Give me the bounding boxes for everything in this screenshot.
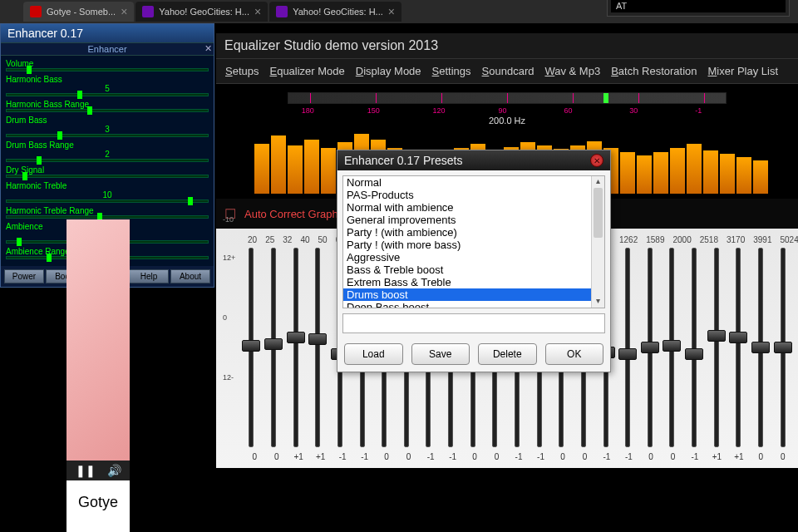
slider-thumb[interactable] <box>22 172 27 180</box>
browser-tab-yahoo-1[interactable]: Yahoo! GeoCities: H... × <box>135 2 268 22</box>
presets-dialog[interactable]: Enhancer 0.17 Presets ✕ NormalPAS-Produc… <box>337 150 611 372</box>
scroll-thumb[interactable] <box>594 188 603 238</box>
slider-thumb[interactable] <box>47 254 52 262</box>
load-button[interactable]: Load <box>344 343 403 365</box>
eq-gain-value: 0 <box>380 452 393 461</box>
slider-track <box>625 248 630 447</box>
menu-settings[interactable]: Settings <box>428 62 475 80</box>
preset-item[interactable]: Aggressive <box>343 251 591 264</box>
menu-soundcard[interactable]: Soundcard <box>478 62 539 80</box>
param-slider[interactable] <box>6 68 209 71</box>
eq-slider-1002[interactable] <box>621 248 635 447</box>
param-slider[interactable] <box>6 109 209 112</box>
volume-icon[interactable]: 🔊 <box>107 464 121 477</box>
slider-track <box>293 248 298 447</box>
preset-item[interactable]: Drums boost <box>343 288 591 301</box>
eq-gain-value: 0 <box>754 452 767 461</box>
slider-thumb[interactable] <box>685 348 703 360</box>
slider-thumb[interactable] <box>308 333 327 345</box>
preset-item[interactable]: Normal with ambience <box>343 201 591 214</box>
about-button[interactable]: About <box>170 269 210 283</box>
help-button[interactable]: Help <box>129 269 169 283</box>
close-icon[interactable]: × <box>121 5 127 18</box>
enhancer-titlebar[interactable]: Enhancer 0.17 <box>1 24 214 42</box>
slider-thumb[interactable] <box>27 66 32 74</box>
eq-freq-label: 2000 <box>673 235 692 244</box>
eq-slider-1262[interactable] <box>643 248 658 447</box>
eq-slider-5024[interactable] <box>776 248 790 447</box>
power-button[interactable]: Power <box>4 269 44 283</box>
preset-name-input[interactable] <box>342 313 605 333</box>
preset-item[interactable]: Deep Bass boost <box>343 301 591 308</box>
ok-button[interactable]: OK <box>545 343 604 365</box>
spectrum-bar <box>703 150 718 194</box>
close-icon[interactable]: ✕ <box>204 43 212 54</box>
preset-item[interactable]: Extrem Bass & Treble <box>343 276 591 288</box>
slider-thumb[interactable] <box>37 156 42 165</box>
preset-item[interactable]: PAS-Products <box>343 189 591 201</box>
preset-listbox[interactable]: NormalPAS-ProductsNormal with ambienceGe… <box>342 175 605 308</box>
preset-name-field <box>342 313 605 333</box>
eq-freq-label: 32 <box>283 235 292 244</box>
scroll-up-icon[interactable]: ▴ <box>592 176 604 188</box>
menu-display-mode[interactable]: Display Mode <box>352 62 426 80</box>
slider-thumb[interactable] <box>17 238 22 246</box>
preset-item[interactable]: Normal <box>343 176 591 189</box>
menu-wav-mp-[interactable]: Wav & Mp3 <box>540 62 604 80</box>
preset-item[interactable]: Party ! (with more bass) <box>343 239 591 251</box>
enh-param-harmonic-bass: Harmonic Bass5 <box>6 75 209 96</box>
pause-icon[interactable]: ❚❚ <box>76 464 96 477</box>
preset-item[interactable]: Party ! (with ambience) <box>343 226 591 239</box>
browser-tab-yahoo-2[interactable]: Yahoo! GeoCities: H... × <box>269 2 401 22</box>
param-value: 3 <box>6 125 209 134</box>
preset-item[interactable]: Bass & Treble boost <box>343 264 591 276</box>
param-slider[interactable] <box>6 93 209 96</box>
preset-item[interactable]: General improvements <box>343 214 591 226</box>
param-slider[interactable] <box>6 215 209 219</box>
param-slider[interactable] <box>6 175 209 178</box>
slider-thumb[interactable] <box>188 197 193 205</box>
vu-label: -1 <box>695 106 702 115</box>
close-icon[interactable]: ✕ <box>590 154 603 167</box>
eq-slider-2000[interactable] <box>687 248 702 447</box>
eq-slider-25[interactable] <box>267 248 281 447</box>
slider-thumb[interactable] <box>707 330 726 342</box>
slider-thumb[interactable] <box>618 348 637 360</box>
close-icon[interactable]: × <box>254 5 261 18</box>
delete-button[interactable]: Delete <box>478 343 537 365</box>
eq-slider-40[interactable] <box>311 248 325 447</box>
slider-thumb[interactable] <box>663 340 681 352</box>
slider-thumb[interactable] <box>287 332 305 343</box>
param-slider[interactable] <box>6 200 209 203</box>
slider-thumb[interactable] <box>77 91 82 99</box>
eq-slider-3991[interactable] <box>754 248 768 447</box>
slider-thumb[interactable] <box>774 342 792 353</box>
eq-freq-label: 5024 <box>781 235 799 244</box>
eq-slider-32[interactable] <box>288 248 303 447</box>
preset-value[interactable]: AT <box>611 0 786 12</box>
slider-thumb[interactable] <box>641 342 659 353</box>
menu-equalizer-mode[interactable]: Equalizer Mode <box>265 62 348 80</box>
slider-thumb[interactable] <box>751 342 770 353</box>
menu-mixer-play-list[interactable]: Mixer Play List <box>704 62 783 80</box>
menu-batch-restoration[interactable]: Batch Restoration <box>607 62 701 80</box>
scroll-down-icon[interactable]: ▾ <box>592 296 604 308</box>
save-button[interactable]: Save <box>411 343 470 365</box>
window-titlebar[interactable]: Equalizer Studio demo version 2013 <box>216 33 798 59</box>
slider-thumb[interactable] <box>242 340 260 352</box>
eq-slider-2518[interactable] <box>709 248 723 447</box>
eq-slider-3170[interactable] <box>732 248 746 447</box>
slider-thumb[interactable] <box>87 106 92 115</box>
close-icon[interactable]: × <box>388 5 395 18</box>
menu-setups[interactable]: Setups <box>221 62 263 80</box>
dialog-titlebar[interactable]: Enhancer 0.17 Presets ✕ <box>337 150 610 170</box>
param-slider[interactable] <box>6 159 209 162</box>
browser-tab-youtube[interactable]: Gotye - Someb... × <box>23 2 134 22</box>
slider-thumb[interactable] <box>729 332 747 343</box>
eq-slider-20[interactable] <box>244 248 259 447</box>
scrollbar[interactable]: ▴ ▾ <box>591 176 604 308</box>
param-slider[interactable] <box>6 134 209 137</box>
slider-thumb[interactable] <box>57 131 62 140</box>
eq-slider-1589[interactable] <box>665 248 679 447</box>
slider-thumb[interactable] <box>264 338 283 350</box>
